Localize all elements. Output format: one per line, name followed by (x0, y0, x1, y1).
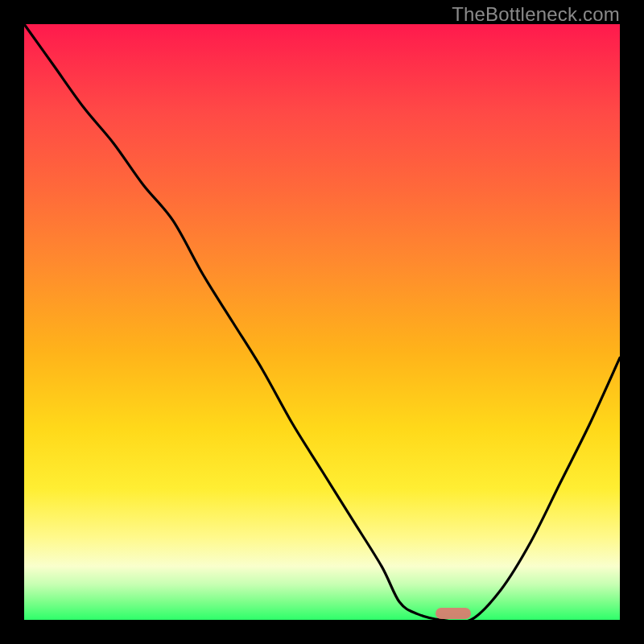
outer-frame: TheBottleneck.com (0, 0, 644, 644)
bottleneck-curve (24, 24, 620, 620)
plot-area (24, 24, 620, 620)
curve-path (24, 24, 620, 622)
watermark-text: TheBottleneck.com (452, 3, 620, 26)
optimal-marker (436, 608, 471, 619)
